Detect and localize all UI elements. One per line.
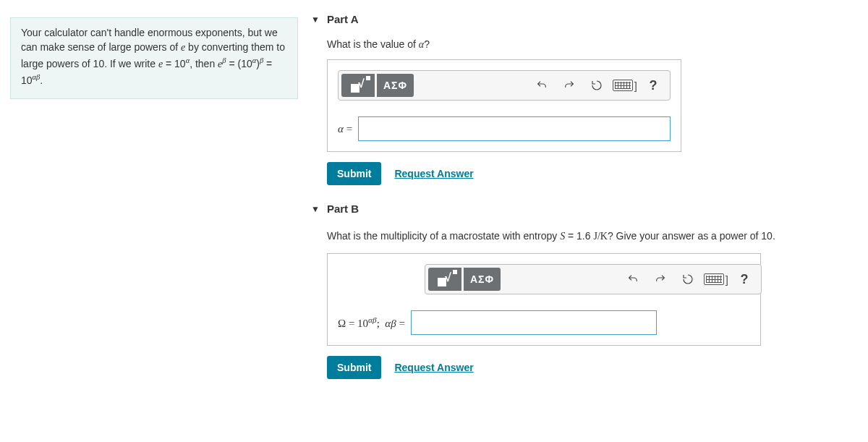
part-b-answer-area: √ ΑΣΦ ] <box>327 253 761 346</box>
undo-button[interactable] <box>529 74 554 97</box>
part-a-toolbar: √ ΑΣΦ ] <box>338 70 671 101</box>
omega-label: Ω = 10αβ; αβ = <box>338 315 405 330</box>
templates-button[interactable]: √ <box>341 74 375 97</box>
part-a-title: Part A <box>327 13 359 25</box>
redo-icon <box>563 80 575 91</box>
templates-button[interactable]: √ <box>428 268 461 291</box>
part-b-title: Part B <box>327 203 359 215</box>
part-b-question: What is the multiplicity of a macrostate… <box>327 228 862 245</box>
greek-button[interactable]: ΑΣΦ <box>464 268 501 291</box>
alphabeta-input[interactable] <box>411 310 657 335</box>
redo-icon <box>655 273 666 285</box>
part-a-answer-area: √ ΑΣΦ ] <box>327 59 681 152</box>
keyboard-button[interactable]: ] <box>703 268 729 291</box>
part-b-toolbar: √ ΑΣΦ ] <box>425 264 762 294</box>
problem-intro-text: Your calculator can't handle enormous ex… <box>21 27 285 86</box>
part-a-submit-button[interactable]: Submit <box>327 162 381 185</box>
keyboard-icon <box>704 273 724 285</box>
keyboard-button[interactable]: ] <box>612 74 638 97</box>
reset-button[interactable] <box>676 268 700 291</box>
redo-button[interactable] <box>648 268 673 291</box>
reset-icon <box>591 80 603 91</box>
greek-button[interactable]: ΑΣΦ <box>377 74 414 97</box>
template-icon: √ <box>348 77 368 93</box>
help-button[interactable]: ? <box>641 74 665 97</box>
alpha-input[interactable] <box>358 116 671 141</box>
undo-icon <box>536 80 548 91</box>
part-b-header[interactable]: ▼ Part B <box>311 203 868 215</box>
reset-button[interactable] <box>584 74 609 97</box>
part-a-question: What is the value of α? <box>327 38 868 51</box>
part-a-header[interactable]: ▼ Part A <box>311 13 868 25</box>
undo-icon <box>627 273 639 285</box>
alpha-label: α = <box>338 123 352 135</box>
undo-button[interactable] <box>621 268 645 291</box>
reset-icon <box>682 273 694 285</box>
keyboard-icon <box>613 80 633 91</box>
problem-intro: Your calculator can't handle enormous ex… <box>10 17 298 99</box>
help-button[interactable]: ? <box>732 268 757 291</box>
template-icon: √ <box>435 271 455 287</box>
caret-down-icon: ▼ <box>311 204 320 214</box>
redo-button[interactable] <box>557 74 582 97</box>
part-b-submit-button[interactable]: Submit <box>327 356 381 379</box>
part-a-request-answer-link[interactable]: Request Answer <box>394 168 473 179</box>
part-b-request-answer-link[interactable]: Request Answer <box>394 362 473 373</box>
caret-down-icon: ▼ <box>311 14 320 25</box>
